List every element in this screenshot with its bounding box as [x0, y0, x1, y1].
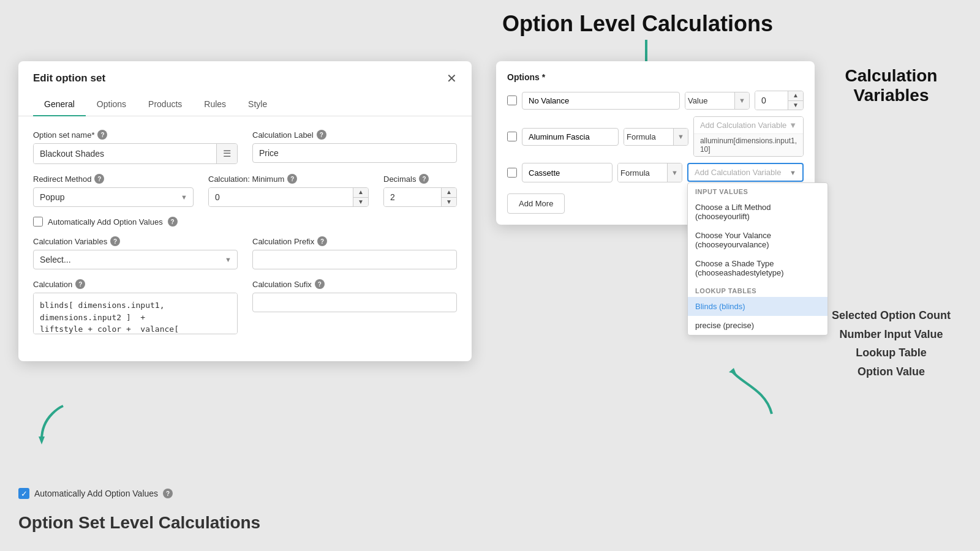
decimals-input[interactable]	[384, 188, 441, 206]
calc-suffix-input[interactable]	[252, 293, 457, 312]
tab-general[interactable]: General	[33, 93, 86, 116]
options-row-2-formula-display: alluminum[dimensions.input1, 10]	[694, 133, 803, 156]
calc-min-label: Calculation: Minimum ?	[208, 174, 369, 184]
calc-variables-label: Calculation Variables ?	[33, 236, 238, 246]
options-row-1-checkbox[interactable]	[507, 96, 517, 105]
decimals-down-button[interactable]: ▼	[442, 198, 456, 207]
options-row-1-type-select[interactable]: Value Formula	[685, 92, 734, 109]
right-section: Option Level Calculations Options * Valu…	[490, 0, 980, 551]
options-row-3-dropdown-trigger[interactable]: Add Calculation Variable ▼	[687, 163, 804, 182]
calc-label-help-icon[interactable]: ?	[317, 130, 326, 140]
dropdown-item-precise[interactable]: precise (precise)	[688, 316, 827, 335]
add-more-button[interactable]: Add More	[507, 193, 565, 214]
edit-icon[interactable]: ☰	[216, 144, 237, 163]
bottom-auto-add-checked-icon: ✓	[18, 488, 29, 499]
options-row-2: Formula Value ▼ Add Calculation Variable…	[507, 116, 804, 157]
options-row-1-type[interactable]: Value Formula ▼	[685, 92, 750, 110]
calc-var-annotation-title: Calculation Variables	[845, 66, 938, 105]
tab-style[interactable]: Style	[237, 93, 278, 116]
auto-add-checkbox[interactable]	[33, 217, 43, 227]
calc-min-down-button[interactable]: ▼	[353, 198, 368, 207]
option-set-name-input[interactable]	[34, 144, 216, 163]
options-row-2-name[interactable]	[522, 128, 619, 146]
dropdown-item-shade-type[interactable]: Choose a Shade Type(chooseashadestyletyp…	[688, 254, 827, 282]
options-row-2-type[interactable]: Formula Value ▼	[624, 128, 688, 146]
tab-rules[interactable]: Rules	[193, 93, 237, 116]
options-row-2-placeholder-text: Add Calculation Variable	[700, 121, 786, 130]
calc-min-input[interactable]	[209, 188, 353, 206]
options-row-3-placeholder-text: Add Calculation Variable	[695, 168, 781, 177]
dropdown-item-your-valance[interactable]: Choose Your Valance(chooseyourvalance)	[688, 226, 827, 254]
decimals-up-button[interactable]: ▲	[442, 188, 456, 198]
close-button[interactable]: ✕	[447, 72, 457, 84]
options-row-1: Value Formula ▼ ▲ ▼	[507, 91, 804, 110]
calc-var-item-4: Option Value	[812, 362, 971, 381]
decimals-spinner-btns: ▲ ▼	[441, 188, 456, 206]
decimals-spinner[interactable]: ▲ ▼	[383, 187, 457, 207]
option-set-name-field[interactable]: ☰	[33, 143, 238, 164]
options-panel: Options * Value Formula ▼ ▲ ▼	[496, 61, 815, 225]
options-row-1-value[interactable]: ▲ ▼	[755, 91, 804, 110]
redirect-method-help-icon[interactable]: ?	[94, 174, 104, 184]
options-row-3-type[interactable]: Formula Value ▼	[617, 163, 682, 182]
options-row-3-type-select[interactable]: Formula Value	[618, 163, 667, 182]
options-row-2-checkbox[interactable]	[507, 132, 517, 141]
calc-suffix-help-icon[interactable]: ?	[315, 279, 325, 289]
redirect-method-label: Redirect Method ?	[33, 174, 194, 184]
options-row-3: Formula Value ▼ Add Calculation Variable…	[507, 163, 804, 182]
options-row-1-down-button[interactable]: ▼	[788, 101, 803, 110]
calc-prefix-input[interactable]	[252, 250, 457, 269]
option-set-name-help-icon[interactable]: ?	[97, 130, 107, 140]
calc-variables-help-icon[interactable]: ?	[110, 236, 120, 246]
decimals-label: Decimals ?	[383, 174, 457, 184]
options-row-2-type-select[interactable]: Formula Value	[624, 129, 673, 145]
dropdown-item-blinds[interactable]: Blinds (blinds)	[688, 297, 827, 316]
options-row-2-placeholder[interactable]: Add Calculation Variable ▼	[694, 117, 803, 133]
calc-var-items: Selected Option Count Number Input Value…	[812, 306, 971, 381]
calc-var-item-1: Selected Option Count	[812, 306, 971, 325]
calculation-textarea[interactable]: blinds[ dimensions.input1, dimensions.in…	[33, 293, 238, 334]
redirect-method-select[interactable]: Popup Redirect None	[33, 187, 194, 207]
calc-var-item-2: Number Input Value	[812, 325, 971, 344]
left-arrow-annotation	[36, 403, 72, 448]
calc-variables-select-wrap: Select... ▼	[33, 250, 238, 269]
calc-var-dropdown-menu: INPUT VALUES Choose a Lift Method(choose…	[687, 182, 828, 335]
row-3-type-arrow-icon: ▼	[667, 163, 682, 182]
options-row-1-name[interactable]	[522, 92, 680, 110]
modal-tabs: General Options Products Rules Style	[18, 93, 472, 116]
input-values-section-label: INPUT VALUES	[688, 183, 827, 198]
calc-variables-select[interactable]: Select...	[33, 250, 238, 269]
options-row-1-up-button[interactable]: ▲	[788, 91, 803, 101]
options-panel-title: Options *	[507, 72, 804, 82]
svg-marker-2	[729, 368, 736, 374]
dropdown-item-lift-method[interactable]: Choose a Lift Method(chooseyourlift)	[688, 198, 827, 226]
option-set-name-label: Option set name* ?	[33, 130, 238, 140]
row-1-type-arrow-icon: ▼	[734, 92, 749, 109]
tab-products[interactable]: Products	[137, 93, 193, 116]
left-section: Edit option set ✕ General Options Produc…	[0, 0, 490, 551]
options-row-2-dropdown-container: Add Calculation Variable ▼ alluminum[dim…	[693, 116, 804, 157]
options-row-3-name[interactable]	[522, 163, 612, 182]
calc-prefix-help-icon[interactable]: ?	[317, 236, 327, 246]
options-row-1-value-input[interactable]	[755, 91, 788, 110]
options-row-2-formula-area: Add Calculation Variable ▼ alluminum[dim…	[693, 116, 804, 157]
options-row-2-dropdown-arrow-icon: ▼	[789, 121, 797, 130]
right-arrow-bottom	[729, 365, 778, 422]
auto-add-help-icon[interactable]: ?	[168, 217, 178, 227]
tab-options[interactable]: Options	[86, 93, 137, 116]
calc-min-up-button[interactable]: ▲	[353, 188, 368, 198]
calc-var-annotation: Calculation Variables	[812, 66, 971, 105]
bottom-auto-add-help-icon[interactable]: ?	[163, 489, 173, 498]
options-row-3-formula-area: Add Calculation Variable ▼ INPUT VALUES …	[687, 163, 804, 182]
calc-min-spinner[interactable]: ▲ ▼	[208, 187, 369, 207]
calc-min-help-icon[interactable]: ?	[287, 174, 297, 184]
redirect-method-select-wrap: Popup Redirect None ▼	[33, 187, 194, 207]
calc-label-label: Calculation Label ?	[252, 130, 457, 140]
calculation-help-icon[interactable]: ?	[75, 279, 85, 289]
edit-option-set-modal: Edit option set ✕ General Options Produc…	[18, 61, 472, 361]
options-row-3-checkbox[interactable]	[507, 168, 517, 178]
calc-label-input[interactable]	[252, 143, 457, 163]
modal-body: Option set name* ? ☰ Calculation Label ?	[18, 116, 472, 361]
svg-marker-0	[39, 437, 45, 444]
decimals-help-icon[interactable]: ?	[419, 174, 429, 184]
